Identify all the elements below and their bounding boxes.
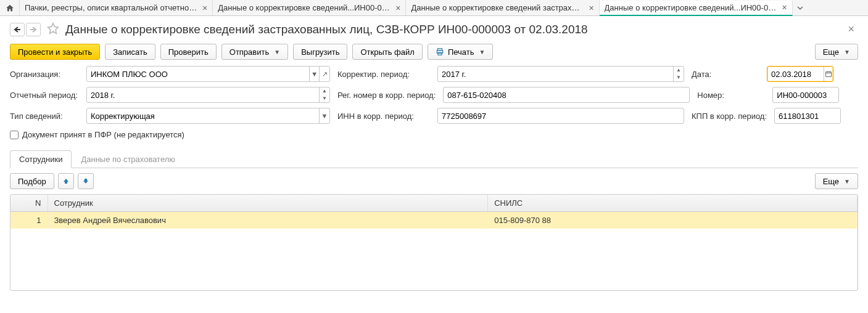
move-down-button[interactable] <box>78 173 94 189</box>
main-toolbar: Провести и закрыть Записать Проверить От… <box>0 41 868 66</box>
dropdown-icon[interactable]: ▼ <box>319 108 329 123</box>
kpp-input[interactable] <box>775 108 840 123</box>
export-button[interactable]: Выгрузить <box>293 44 347 60</box>
employees-table: N Сотрудник СНИЛС 1 Зверев Андрей Вячесл… <box>10 195 858 290</box>
button-label: Выгрузить <box>301 47 339 57</box>
spinner-buttons[interactable]: ▲▼ <box>319 87 329 102</box>
pfr-checkbox-row: Документ принят в ПФР (не редактируется) <box>10 129 858 145</box>
sub-toolbar: Подбор Еще▼ <box>0 168 868 194</box>
move-up-button[interactable] <box>58 173 74 189</box>
subtab-label: Сотрудники <box>19 155 62 164</box>
nav-back-button[interactable] <box>10 23 25 36</box>
close-icon[interactable]: × <box>395 3 400 13</box>
tab-item-3[interactable]: Данные о корректировке сведений застрахо… <box>406 0 599 15</box>
type-input[interactable] <box>87 108 319 123</box>
reg-num-input[interactable] <box>444 87 689 102</box>
close-icon[interactable]: × <box>202 3 207 13</box>
button-label: Записать <box>113 47 147 57</box>
button-label: Отправить <box>229 47 269 57</box>
tab-label: Пачки, реестры, описи квартальной отчетн… <box>25 3 197 12</box>
number-field[interactable] <box>772 87 839 103</box>
more-button[interactable]: Еще▼ <box>815 44 858 60</box>
tab-item-1[interactable]: Пачки, реестры, описи квартальной отчетн… <box>20 0 213 15</box>
button-label: Подбор <box>18 177 46 186</box>
cell-employee: Зверев Андрей Вячеславович <box>48 212 488 229</box>
button-label: Печать <box>448 47 474 57</box>
rep-period-field[interactable]: ▲▼ <box>86 87 330 103</box>
arrow-up-icon <box>62 177 70 185</box>
rep-period-input[interactable] <box>87 87 319 102</box>
pfr-accepted-checkbox[interactable] <box>10 131 19 139</box>
corr-period-input[interactable] <box>438 67 673 81</box>
reg-num-field[interactable] <box>443 87 690 103</box>
subtab-insurer-data[interactable]: Данные по страхователю <box>72 150 184 168</box>
post-and-close-button[interactable]: Провести и закрыть <box>10 44 100 60</box>
subtab-bar: Сотрудники Данные по страхователю <box>10 150 858 168</box>
button-label: Еще <box>823 177 839 186</box>
calendar-icon[interactable] <box>824 67 833 81</box>
chevron-down-icon: ▼ <box>479 49 485 55</box>
corr-period-field[interactable]: ▲▼ <box>437 66 684 82</box>
type-field[interactable]: ▼ <box>86 108 330 124</box>
more-button-2[interactable]: Еще▼ <box>815 173 858 189</box>
tab-item-2[interactable]: Данные о корректировке сведений...ИН00-0… <box>213 0 406 15</box>
arrow-left-icon <box>13 26 22 33</box>
org-label: Организация: <box>10 70 79 79</box>
subtab-employees[interactable]: Сотрудники <box>10 150 72 168</box>
inn-field[interactable] <box>437 108 684 124</box>
cell-n: 1 <box>10 212 48 229</box>
type-label: Тип сведений: <box>10 112 79 121</box>
tabs-overflow-button[interactable] <box>793 5 808 11</box>
app-tabs-bar: Пачки, реестры, описи квартальной отчетн… <box>0 0 868 16</box>
chevron-down-icon: ▼ <box>844 178 850 185</box>
nav-forward-button[interactable] <box>26 23 41 36</box>
save-button[interactable]: Записать <box>105 44 155 60</box>
table-row[interactable]: 1 Зверев Андрей Вячеславович 015-809-870… <box>10 212 858 229</box>
tab-item-4[interactable]: Данные о корректировке сведений...ИН00-0… <box>600 1 793 16</box>
close-icon[interactable]: × <box>782 2 787 12</box>
button-label: Открыть файл <box>360 47 414 57</box>
org-input[interactable] <box>87 67 309 81</box>
rep-period-label: Отчетный период: <box>10 91 79 100</box>
dropdown-icon[interactable]: ▼ <box>309 67 320 81</box>
reg-num-label: Рег. номер в корр. период: <box>337 91 436 100</box>
inn-label: ИНН в корр. период: <box>337 112 430 121</box>
arrow-right-icon <box>29 26 38 33</box>
page-title: Данные о корректировке сведений застрахо… <box>65 23 844 36</box>
check-button[interactable]: Проверить <box>160 44 217 60</box>
date-label: Дата: <box>692 70 759 79</box>
tab-label: Данные о корректировке сведений...ИН00-0… <box>605 3 777 12</box>
col-header-snils[interactable]: СНИЛС <box>488 195 858 212</box>
form-area: Организация: ▼ ↗ Корректир. период: ▲▼ Д… <box>0 66 868 150</box>
chevron-down-icon: ▼ <box>844 49 850 55</box>
spinner-buttons[interactable]: ▲▼ <box>673 67 684 81</box>
subtab-label: Данные по страхователю <box>81 155 175 164</box>
close-page-button[interactable]: × <box>844 23 858 36</box>
kpp-field[interactable] <box>774 108 841 124</box>
print-button[interactable]: Печать▼ <box>428 44 494 60</box>
number-input[interactable] <box>773 87 838 102</box>
org-field[interactable]: ▼ ↗ <box>86 66 330 82</box>
tab-label: Данные о корректировке сведений...ИН00-0… <box>218 3 391 12</box>
tab-label: Данные о корректировке сведений застрахо… <box>411 3 584 12</box>
inn-input[interactable] <box>438 108 684 123</box>
header-bar: Данные о корректировке сведений застрахо… <box>0 16 868 41</box>
home-tab[interactable] <box>0 0 20 15</box>
button-label: Проверить <box>168 47 209 57</box>
close-icon[interactable]: × <box>589 3 593 13</box>
date-input[interactable] <box>767 67 824 81</box>
home-icon <box>6 4 14 12</box>
cell-snils: 015-809-870 88 <box>488 212 858 229</box>
corr-period-label: Корректир. период: <box>337 70 430 79</box>
date-field[interactable] <box>767 66 833 82</box>
col-header-n[interactable]: N <box>10 195 48 212</box>
open-file-button[interactable]: Открыть файл <box>352 44 422 60</box>
open-ref-icon[interactable]: ↗ <box>319 67 329 81</box>
send-button[interactable]: Отправить▼ <box>221 44 288 60</box>
chevron-down-icon <box>797 5 803 11</box>
number-label: Номер: <box>697 91 765 100</box>
pick-button[interactable]: Подбор <box>10 173 54 189</box>
col-header-employee[interactable]: Сотрудник <box>48 195 488 212</box>
favorite-star-icon[interactable] <box>47 22 59 36</box>
button-label: Еще <box>823 47 839 57</box>
